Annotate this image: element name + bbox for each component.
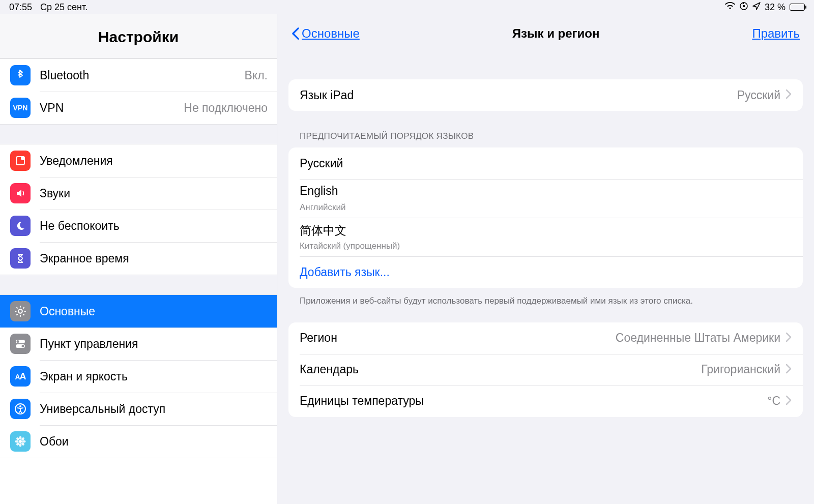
battery-percent: 32 %	[765, 2, 786, 13]
cell-label: Регион	[300, 331, 616, 345]
sidebar-group-notifications: Уведомления Звуки Не беспокоить Экранное…	[0, 144, 277, 275]
language-name: 简体中文	[300, 223, 346, 240]
status-date: Ср 25 сент.	[40, 2, 88, 13]
status-bar: 07:55 Ср 25 сент. 32 %	[0, 0, 814, 14]
sidebar-item-label: Универсальный доступ	[40, 402, 268, 416]
sidebar-item-label: VPN	[40, 101, 184, 115]
svg-rect-1	[743, 5, 745, 7]
battery-icon	[790, 4, 805, 11]
cell-label: Язык iPad	[300, 88, 737, 102]
svg-point-13	[19, 443, 22, 447]
status-time: 07:55	[9, 2, 32, 13]
moon-icon	[10, 216, 31, 236]
language-name: Русский	[300, 157, 792, 170]
sidebar-item-bluetooth[interactable]: Bluetooth Вкл.	[0, 59, 277, 92]
svg-point-10	[19, 405, 21, 407]
region-settings-card: Регион Соединенные Штаты Америки Календа…	[288, 322, 803, 417]
add-language-row[interactable]: Добавить язык...	[288, 256, 803, 288]
sidebar-group-general: Основные Пункт управления AA Экран и ярк…	[0, 294, 277, 458]
sidebar-item-display[interactable]: AA Экран и яркость	[0, 360, 277, 393]
svg-point-15	[22, 440, 26, 443]
svg-point-6	[17, 340, 19, 343]
region-row[interactable]: Регион Соединенные Штаты Америки	[288, 322, 803, 354]
sidebar-item-accessibility[interactable]: Универсальный доступ	[0, 393, 277, 425]
cell-value: Григорианский	[701, 363, 780, 376]
sidebar-item-label: Экранное время	[40, 252, 268, 265]
vpn-icon: VPN	[10, 98, 31, 118]
chevron-right-icon	[786, 89, 792, 101]
sidebar-item-notifications[interactable]: Уведомления	[0, 144, 277, 177]
cell-label: Единицы температуры	[300, 394, 767, 408]
sidebar-item-screentime[interactable]: Экранное время	[0, 242, 277, 275]
settings-sidebar: Настройки Bluetooth Вкл. VPN VPN Не подк…	[0, 14, 277, 504]
cell-value: Соединенные Штаты Америки	[616, 331, 780, 345]
accessibility-icon	[10, 399, 31, 419]
language-subname: Китайский (упрощенный)	[300, 241, 400, 251]
sidebar-item-label: Не беспокоить	[40, 219, 268, 233]
sidebar-item-label: Экран и яркость	[40, 370, 268, 383]
sidebar-item-label: Уведомления	[40, 154, 268, 168]
sidebar-item-label: Звуки	[40, 187, 268, 200]
cell-label: Календарь	[300, 363, 701, 376]
cell-value: °C	[767, 394, 780, 408]
sidebar-item-label: Обои	[40, 435, 268, 449]
bluetooth-icon	[10, 65, 31, 85]
preferred-languages-header: ПРЕДПОЧИТАЕМЫЙ ПОРЯДОК ЯЗЫКОВ	[288, 111, 803, 147]
sidebar-group-connectivity: Bluetooth Вкл. VPN VPN Не подключено	[0, 58, 277, 125]
svg-point-19	[16, 442, 20, 446]
sidebar-item-general[interactable]: Основные	[0, 295, 277, 328]
chevron-right-icon	[786, 395, 792, 407]
nav-bar: Основные Язык и регион Править	[277, 14, 814, 50]
sidebar-item-dnd[interactable]: Не беспокоить	[0, 210, 277, 242]
ipad-language-row[interactable]: Язык iPad Русский	[288, 79, 803, 111]
edit-button[interactable]: Править	[752, 26, 800, 41]
sidebar-item-control-center[interactable]: Пункт управления	[0, 328, 277, 360]
wifi-icon	[725, 2, 735, 13]
svg-point-4	[18, 309, 22, 313]
cell-value: Русский	[737, 88, 780, 102]
svg-point-14	[15, 440, 19, 443]
page-title: Язык и регион	[512, 26, 600, 41]
language-row[interactable]: 简体中文 Китайский (упрощенный)	[288, 218, 803, 256]
sidebar-item-sounds[interactable]: Звуки	[0, 177, 277, 210]
chevron-right-icon	[786, 364, 792, 376]
sidebar-title: Настройки	[0, 14, 277, 58]
svg-point-18	[21, 437, 25, 441]
svg-point-16	[16, 437, 20, 441]
switches-icon	[10, 334, 31, 354]
calendar-row[interactable]: Календарь Григорианский	[288, 354, 803, 386]
sidebar-item-label: Пункт управления	[40, 337, 268, 351]
temperature-row[interactable]: Единицы температуры °C	[288, 386, 803, 417]
back-button[interactable]: Основные	[292, 26, 360, 41]
orientation-lock-icon	[739, 2, 748, 13]
svg-point-17	[21, 442, 25, 446]
sidebar-item-label: Основные	[40, 305, 268, 318]
svg-point-12	[19, 436, 22, 440]
svg-point-8	[22, 345, 24, 347]
chevron-right-icon	[786, 332, 792, 344]
language-row[interactable]: Русский	[288, 147, 803, 179]
flower-icon	[10, 431, 31, 452]
sidebar-item-vpn[interactable]: VPN VPN Не подключено	[0, 92, 277, 124]
svg-point-3	[21, 156, 25, 160]
aa-icon: AA	[10, 366, 31, 387]
sidebar-item-wallpaper[interactable]: Обои	[0, 425, 277, 458]
notifications-icon	[10, 151, 31, 171]
back-label: Основные	[302, 26, 360, 41]
gear-icon	[10, 301, 31, 321]
sidebar-item-value: Вкл.	[245, 69, 268, 82]
language-subname: Английский	[300, 202, 345, 213]
sidebar-item-value: Не подключено	[184, 101, 268, 115]
location-icon	[752, 2, 761, 13]
sidebar-item-label: Bluetooth	[40, 69, 245, 82]
language-name: English	[300, 184, 338, 201]
preferred-languages-footer: Приложения и веб-сайты будут использоват…	[288, 288, 803, 322]
language-row[interactable]: English Английский	[288, 179, 803, 218]
sounds-icon	[10, 183, 31, 203]
preferred-languages-card: Русский English Английский 简体中文 Китайски…	[288, 147, 803, 288]
add-language-label: Добавить язык...	[300, 265, 792, 279]
ipad-language-card: Язык iPad Русский	[288, 79, 803, 111]
detail-pane: Основные Язык и регион Править Язык iPad…	[277, 14, 814, 504]
hourglass-icon	[10, 248, 31, 269]
svg-point-11	[19, 440, 22, 443]
